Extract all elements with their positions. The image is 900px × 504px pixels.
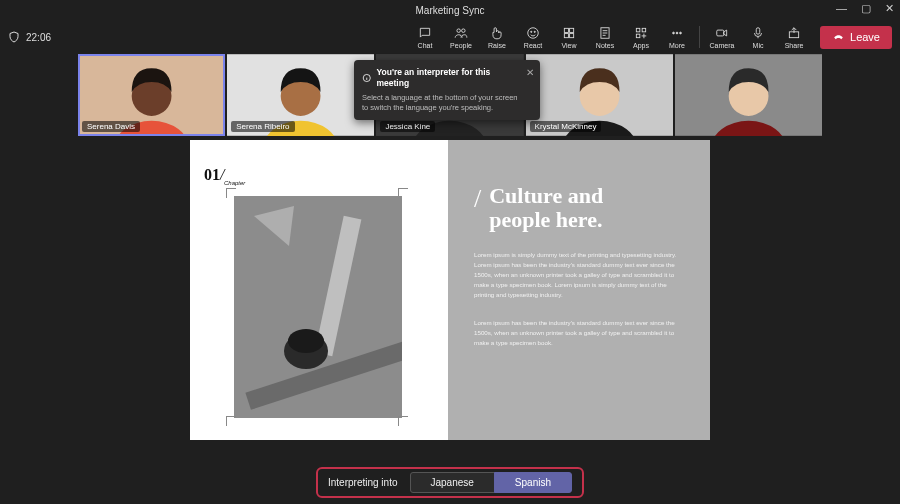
shared-document: 01/ Chapter / Culture and peo	[190, 140, 710, 440]
toolbar-separator	[699, 26, 700, 48]
share-button[interactable]: Share	[776, 26, 812, 49]
notes-button[interactable]: Notes	[587, 26, 623, 49]
svg-rect-22	[756, 27, 760, 33]
window-maximize[interactable]: ▢	[861, 2, 871, 15]
react-button[interactable]: React	[515, 26, 551, 49]
people-icon	[454, 26, 468, 40]
svg-point-4	[534, 31, 535, 32]
interpreter-bar: Interpreting into JapaneseSpanish	[316, 467, 584, 498]
doc-photo	[234, 196, 402, 418]
title-bar: Marketing Sync — ▢ ✕	[0, 0, 900, 20]
language-options: JapaneseSpanish	[409, 472, 572, 493]
svg-point-2	[528, 27, 539, 38]
meeting-duration: 22:06	[8, 31, 51, 43]
meeting-toolbar: 22:06 Chat People Raise React View Notes	[0, 20, 900, 54]
svg-rect-13	[636, 28, 640, 32]
tooltip-title: You're an interpreter for this meeting	[377, 67, 518, 90]
chat-button[interactable]: Chat	[407, 26, 443, 49]
participant-name: Serena Ribeiro	[231, 121, 294, 132]
react-icon	[526, 26, 540, 40]
view-button[interactable]: View	[551, 26, 587, 49]
people-button[interactable]: People	[443, 26, 479, 49]
svg-rect-8	[570, 33, 574, 37]
chapter-label: Chapter	[224, 180, 245, 186]
svg-point-0	[457, 28, 461, 32]
svg-rect-14	[642, 28, 646, 32]
participant-tile[interactable]: Krystal McKinney	[526, 54, 673, 136]
svg-point-20	[680, 32, 682, 34]
camera-icon	[715, 26, 729, 40]
doc-heading: Culture and people here.	[489, 184, 679, 232]
mic-icon	[751, 26, 765, 40]
doc-right-page: / Culture and people here. Lorem ipsum i…	[448, 140, 710, 440]
info-icon	[362, 73, 372, 83]
camera-button[interactable]: Camera	[704, 26, 740, 49]
doc-paragraph: Lorem ipsum is simply dummy text of the …	[474, 250, 688, 300]
window-minimize[interactable]: —	[836, 2, 847, 15]
svg-point-1	[462, 28, 466, 32]
participant-tile[interactable]	[675, 54, 822, 136]
notes-icon	[598, 26, 612, 40]
participant-name: Krystal McKinney	[530, 121, 602, 132]
svg-rect-7	[564, 33, 568, 37]
svg-point-3	[531, 31, 532, 32]
tooltip-body: Select a language at the bottom of your …	[362, 93, 518, 113]
more-icon	[670, 26, 684, 40]
crop-mark	[398, 416, 408, 426]
apps-icon	[634, 26, 648, 40]
crop-mark	[226, 416, 236, 426]
language-option-spanish[interactable]: Spanish	[494, 472, 572, 493]
shield-icon	[8, 31, 20, 43]
svg-point-45	[288, 329, 324, 353]
participant-name: Serena Davis	[82, 121, 140, 132]
participant-name: Jessica Kine	[380, 121, 435, 132]
language-option-japanese[interactable]: Japanese	[409, 472, 494, 493]
raise-hand-icon	[490, 26, 504, 40]
svg-rect-6	[570, 28, 574, 32]
chat-icon	[418, 26, 432, 40]
doc-paragraph: Lorem ipsum has been the industry's stan…	[474, 318, 688, 348]
mic-button[interactable]: Mic	[740, 26, 776, 49]
svg-point-19	[676, 32, 678, 34]
heading-slash: /	[474, 184, 481, 214]
timer-text: 22:06	[26, 32, 51, 43]
svg-rect-21	[717, 30, 724, 36]
tooltip-close[interactable]: ✕	[526, 66, 534, 80]
leave-icon	[832, 31, 845, 44]
view-icon	[562, 26, 576, 40]
photo-illustration	[234, 196, 402, 418]
leave-button[interactable]: Leave	[820, 26, 892, 49]
interpreter-label: Interpreting into	[328, 477, 398, 488]
window-close[interactable]: ✕	[885, 2, 894, 15]
participant-tile[interactable]: Serena Davis	[78, 54, 225, 136]
raise-hand-button[interactable]: Raise	[479, 26, 515, 49]
svg-rect-5	[564, 28, 568, 32]
doc-left-page: 01/ Chapter	[190, 140, 448, 440]
participant-video	[675, 54, 822, 136]
chapter-number: 01/	[204, 166, 224, 184]
share-icon	[787, 26, 801, 40]
window-title: Marketing Sync	[416, 5, 485, 16]
svg-point-18	[673, 32, 675, 34]
participant-tile[interactable]: Serena Ribeiro	[227, 54, 374, 136]
more-button[interactable]: More	[659, 26, 695, 49]
interpreter-tooltip: You're an interpreter for this meeting S…	[354, 60, 540, 120]
shared-content-stage: 01/ Chapter / Culture and peo	[0, 138, 900, 444]
svg-rect-15	[636, 34, 640, 38]
toolbar-buttons: Chat People Raise React View Notes Apps	[407, 26, 892, 49]
apps-button[interactable]: Apps	[623, 26, 659, 49]
